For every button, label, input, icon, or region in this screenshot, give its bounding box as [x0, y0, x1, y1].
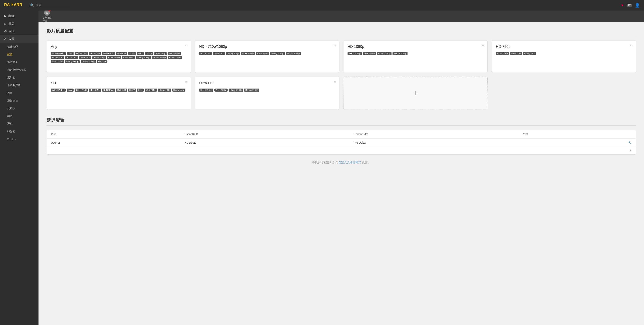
sidebar-item-movies[interactable]: ▶ 电影 [0, 12, 38, 20]
quality-tag: Bluray-2160p [228, 88, 243, 92]
svg-text:RA: RA [4, 2, 10, 7]
quality-tag: WEB 480p [145, 88, 157, 92]
card-title: SD [51, 81, 187, 85]
copy-icon[interactable]: ⧉ [482, 44, 484, 47]
sidebar-item-notification[interactable]: 通知连接 [0, 97, 38, 104]
search-bar[interactable]: 🔍 [28, 2, 70, 8]
copy-icon[interactable]: ⧉ [186, 44, 188, 47]
sidebar-item-ui[interactable]: UI界面 [0, 128, 38, 135]
sidebar-item-label: 日历 [8, 22, 14, 26]
logo-svg: RA ARR [4, 2, 24, 8]
quality-tag: CAM [67, 88, 74, 92]
sidebar-item-list[interactable]: 列表 [0, 89, 38, 97]
sidebar-item-label: 设置 [9, 37, 14, 41]
app-body: ▶ 电影 ⊞ 日历 ⏱ 活动 ⚙ 设置 媒体管理 配置 影片质量 自定义命 [0, 10, 644, 325]
add-quality-card-btn[interactable]: + [343, 77, 488, 109]
delay-protocol: Usenet [47, 138, 180, 147]
quality-tag: WEB 2160p [214, 88, 228, 92]
close-badge: ✕ [48, 10, 51, 12]
custom-format-link[interactable]: 自定义义命名格式 [338, 161, 361, 164]
toolbar-btn-label: 显示高级设置 [42, 16, 52, 22]
sidebar-item-custom-format[interactable]: 自定义命名格式 [0, 66, 38, 74]
quality-tag: TELECINE [89, 52, 101, 55]
tag-list: HDTV-1080pWEB 1080pBluray-1080pRemux-108… [348, 52, 483, 55]
delay-table-row: Usenet No Delay No Delay 🔧 [47, 138, 636, 147]
copy-icon[interactable]: ⧉ [186, 80, 188, 84]
card-title: HD-720p [496, 44, 632, 49]
quality-tag: Bluray-1080p [270, 52, 284, 55]
settings-icon: ⚙ [4, 38, 7, 41]
user-avatar[interactable]: 👤 [635, 3, 640, 8]
sidebar-sub: 媒体管理 配置 影片质量 自定义命名格式 索引器 下载客户端 列表 通知连接 [0, 43, 38, 143]
sidebar-item-quality[interactable]: 影片质量 [0, 58, 38, 66]
wrench-icon[interactable]: 🔧 [628, 141, 632, 144]
quality-card-hd-720: ⧉ HD-720p HDTV-720pWEB 720pBluray-720p [492, 40, 636, 73]
plus-icon: + [413, 88, 418, 98]
add-delay-row-btn[interactable]: + [47, 147, 636, 154]
main-content: 影片质量配置 ⧉ Any WORKPRINTCAMTELESYNCTELECIN… [38, 22, 644, 325]
advanced-icon-circle: ⚙ ✕ [44, 10, 50, 16]
copy-icon[interactable]: ⧉ [334, 80, 336, 84]
sidebar-item-indexer[interactable]: 索引器 [0, 74, 38, 82]
svg-text:ARR: ARR [14, 2, 22, 7]
quality-tag: Bluray-720p [92, 56, 106, 59]
quality-tag: DVD [137, 88, 144, 92]
col-tag: 标签 [519, 130, 624, 138]
sidebar-sub-label: 影片质量 [7, 60, 18, 64]
quality-tag: WEB 720p [79, 56, 92, 59]
quality-card-hd-1080: ⧉ HD-1080p HDTV-1080pWEB 1080pBluray-108… [343, 40, 488, 73]
copy-icon[interactable]: ⧉ [334, 44, 336, 47]
sidebar-item-settings[interactable]: ⚙ 设置 [0, 35, 38, 43]
sidebar-item-download-client[interactable]: 下载客户端 [0, 82, 38, 89]
quality-tag: SDTV [128, 52, 136, 55]
quality-tag: DVDSCR [116, 52, 127, 55]
quality-tag: WORKPRINT [51, 52, 66, 55]
navbar-right: ♥ AZ 👤 [621, 3, 640, 8]
sidebar-item-metadata[interactable]: 元数据 [0, 104, 38, 112]
card-title: Any [51, 44, 187, 49]
logo: RA ARR [4, 2, 24, 9]
sidebar-item-system[interactable]: □ 系统 [0, 135, 38, 143]
tag-list: HDTV-2160pWEB 2160pBluray-2160pRemux-216… [199, 88, 335, 92]
sidebar-item-general[interactable]: 通用 [0, 120, 38, 128]
quality-tag: WEB 720p [213, 52, 225, 55]
sidebar-sub-label: 系统 [11, 138, 16, 141]
quality-tag: CAM [67, 52, 74, 55]
heart-icon: ♥ [621, 3, 624, 8]
sidebar-item-calendar[interactable]: ⊞ 日历 [0, 20, 38, 28]
card-title: Ultra-HD [199, 81, 335, 85]
quality-tag: HDTV-720p [199, 52, 212, 55]
toolbar: ⚙ ✕ 显示高级设置 [38, 10, 644, 22]
sidebar-item-media-mgmt[interactable]: 媒体管理 [0, 43, 38, 51]
quality-tag: HDTV-2160p [168, 56, 182, 59]
quality-tag: REGIONAL [102, 88, 115, 92]
delay-torrent-delay: No Delay [350, 138, 519, 147]
delay-usenet-delay: No Delay [180, 138, 350, 147]
quality-tag: WEB 1080p [363, 52, 376, 55]
gear-icon: ⚙ [46, 11, 48, 14]
delay-section-title: 延迟配置 [46, 117, 636, 126]
quality-tag: REGIONAL [102, 52, 115, 55]
calendar-icon: ⊞ [4, 22, 6, 25]
copy-icon[interactable]: ⧉ [630, 44, 632, 47]
quality-tag: WORKPRINT [51, 88, 66, 92]
sidebar-item-profiles[interactable]: 配置 [0, 51, 38, 58]
quality-tag: Bluray-720p [226, 52, 240, 55]
sidebar-item-activity[interactable]: ⏱ 活动 [0, 28, 38, 35]
sidebar-item-label: 活动 [9, 30, 14, 33]
sidebar-item-tags[interactable]: 标签 [0, 112, 38, 120]
sidebar-sub-label: 通知连接 [7, 99, 18, 102]
quality-tag: WEB 480p [154, 52, 166, 55]
sidebar-sub-label: 下载客户端 [7, 84, 20, 87]
card-title: HD-1080p [348, 44, 483, 49]
card-title: HD - 720p/1080p [199, 44, 335, 49]
sidebar: ▶ 电影 ⊞ 日历 ⏱ 活动 ⚙ 设置 媒体管理 配置 影片质量 自定义命 [0, 10, 38, 325]
tag-list: HDTV-720pWEB 720pBluray-720p [496, 52, 632, 55]
search-input[interactable] [36, 4, 68, 7]
sidebar-sub-label: 元数据 [7, 106, 15, 110]
quality-tag: WEB 720p [510, 52, 522, 55]
sidebar-sub-label: UI界面 [7, 130, 15, 133]
show-advanced-btn[interactable]: ⚙ ✕ 显示高级设置 [42, 10, 52, 22]
quality-tag: SDTV [128, 88, 136, 92]
quality-tag: Bluray-1080p [377, 52, 391, 55]
